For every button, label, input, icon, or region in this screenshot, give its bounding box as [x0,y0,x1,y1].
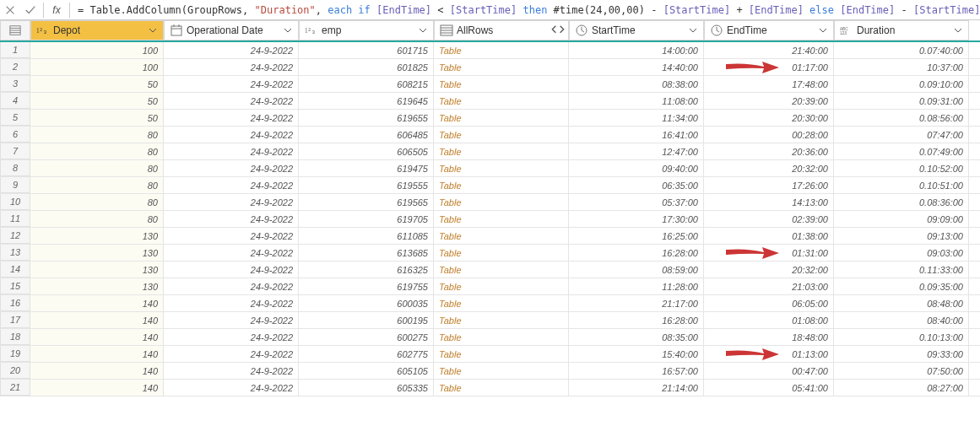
cell-operational-date[interactable]: 24-9-2022 [164,42,299,58]
cell-endtime[interactable]: 01:08:00 [704,312,834,328]
row-number[interactable]: 4 [0,93,30,109]
cell-duration[interactable]: 10:37:00 [834,59,969,75]
cell-endtime[interactable]: 01:38:00 [704,228,834,244]
column-header-duration[interactable]: ABC123 Duration [834,20,969,40]
cell-depot[interactable]: 80 [30,177,164,193]
cell-duration[interactable]: 07:47:00 [834,127,969,143]
filter-dropdown-button[interactable] [816,23,830,38]
cell-endtime[interactable]: 21:03:00 [704,278,834,294]
table-row[interactable]: 45024-9-2022619645Table11:08:0020:39:000… [0,93,980,110]
cell-endtime[interactable]: 21:40:00 [704,42,834,58]
cell-allrows-link[interactable]: Table [434,295,569,311]
cell-allrows-link[interactable]: Table [434,346,569,362]
cell-emp[interactable]: 601715 [299,42,434,58]
cell-duration[interactable]: 08:40:00 [834,312,969,328]
cell-allrows-link[interactable]: Table [434,110,569,126]
cell-endtime[interactable]: 20:32:00 [704,262,834,278]
cell-depot[interactable]: 100 [30,59,164,75]
cell-operational-date[interactable]: 24-9-2022 [164,228,299,244]
cell-duration[interactable]: 0.10:52:00 [834,160,969,176]
row-number[interactable]: 5 [0,110,30,126]
cell-allrows-link[interactable]: Table [434,76,569,92]
cell-depot[interactable]: 80 [30,127,164,143]
cell-operational-date[interactable]: 24-9-2022 [164,312,299,328]
cell-starttime[interactable]: 08:59:00 [569,262,704,278]
cell-starttime[interactable]: 11:34:00 [569,110,704,126]
row-number[interactable]: 1 [0,42,30,58]
cell-emp[interactable]: 600195 [299,312,434,328]
row-number[interactable]: 13 [0,245,30,261]
cell-operational-date[interactable]: 24-9-2022 [164,295,299,311]
cell-duration[interactable]: 09:03:00 [834,245,969,261]
cell-endtime[interactable]: 14:13:00 [704,194,834,210]
cell-starttime[interactable]: 16:41:00 [569,127,704,143]
cell-emp[interactable]: 619555 [299,177,434,193]
cancel-formula-button[interactable] [0,1,20,19]
cell-allrows-link[interactable]: Table [434,329,569,345]
table-row[interactable]: 108024-9-2022619565Table05:37:0014:13:00… [0,194,980,211]
cell-endtime[interactable]: 18:48:00 [704,329,834,345]
cell-depot[interactable]: 50 [30,76,164,92]
column-header-allrows[interactable]: AllRows [434,20,569,40]
column-header-endtime[interactable]: EndTime [704,20,834,40]
cell-starttime[interactable]: 15:40:00 [569,346,704,362]
cell-emp[interactable]: 601825 [299,59,434,75]
column-header-operational-date[interactable]: Operational Date [164,20,299,40]
cell-starttime[interactable]: 16:25:00 [569,228,704,244]
cell-emp[interactable]: 605105 [299,363,434,379]
column-header-depot[interactable]: 123 Depot [30,20,164,40]
table-row[interactable]: 1614024-9-2022600035Table21:17:0006:05:0… [0,295,980,312]
table-row[interactable]: 55024-9-2022619655Table11:34:0020:30:000… [0,110,980,127]
table-row[interactable]: 2114024-9-2022605335Table21:14:0005:41:0… [0,380,980,396]
row-number[interactable]: 15 [0,278,30,294]
cell-emp[interactable]: 602775 [299,346,434,362]
cell-emp[interactable]: 616325 [299,262,434,278]
cell-endtime[interactable]: 00:47:00 [704,363,834,379]
cell-depot[interactable]: 80 [30,160,164,176]
cell-endtime[interactable]: 17:26:00 [704,177,834,193]
cell-depot[interactable]: 130 [30,262,164,278]
filter-dropdown-button[interactable] [146,23,160,38]
cell-operational-date[interactable]: 24-9-2022 [164,93,299,109]
cell-duration[interactable]: 09:13:00 [834,228,969,244]
cell-operational-date[interactable]: 24-9-2022 [164,211,299,227]
cell-allrows-link[interactable]: Table [434,93,569,109]
row-number[interactable]: 20 [0,363,30,379]
table-row[interactable]: 68024-9-2022606485Table16:41:0000:28:000… [0,127,980,143]
table-row[interactable]: 1213024-9-2022611085Table16:25:0001:38:0… [0,228,980,245]
select-all-cell[interactable] [0,20,30,40]
cell-endtime[interactable]: 17:48:00 [704,76,834,92]
cell-allrows-link[interactable]: Table [434,363,569,379]
cell-starttime[interactable]: 11:28:00 [569,278,704,294]
cell-depot[interactable]: 140 [30,295,164,311]
cell-endtime[interactable]: 02:39:00 [704,211,834,227]
row-number[interactable]: 21 [0,380,30,396]
cell-allrows-link[interactable]: Table [434,59,569,75]
cell-duration[interactable]: 07:50:00 [834,363,969,379]
cell-starttime[interactable]: 11:08:00 [569,93,704,109]
cell-operational-date[interactable]: 24-9-2022 [164,59,299,75]
table-row[interactable]: 35024-9-2022608215Table08:38:0017:48:000… [0,76,980,93]
cell-allrows-link[interactable]: Table [434,211,569,227]
cell-duration[interactable]: 0.10:51:00 [834,177,969,193]
cell-emp[interactable]: 608215 [299,76,434,92]
cell-depot[interactable]: 140 [30,380,164,396]
cell-duration[interactable]: 09:33:00 [834,346,969,362]
row-number[interactable]: 8 [0,160,30,176]
cell-starttime[interactable]: 21:14:00 [569,380,704,396]
cell-starttime[interactable]: 08:35:00 [569,329,704,345]
cell-depot[interactable]: 140 [30,363,164,379]
formula-input[interactable]: = Table.AddColumn(GroupRows, "Duration",… [73,4,980,16]
cell-allrows-link[interactable]: Table [434,194,569,210]
row-number[interactable]: 10 [0,194,30,210]
cell-endtime[interactable]: 01:17:00 [704,59,834,75]
cell-allrows-link[interactable]: Table [434,160,569,176]
cell-operational-date[interactable]: 24-9-2022 [164,262,299,278]
cell-allrows-link[interactable]: Table [434,127,569,143]
cell-operational-date[interactable]: 24-9-2022 [164,177,299,193]
cell-operational-date[interactable]: 24-9-2022 [164,76,299,92]
cell-operational-date[interactable]: 24-9-2022 [164,380,299,396]
cell-allrows-link[interactable]: Table [434,228,569,244]
cell-duration[interactable]: 09:09:00 [834,211,969,227]
cell-operational-date[interactable]: 24-9-2022 [164,194,299,210]
